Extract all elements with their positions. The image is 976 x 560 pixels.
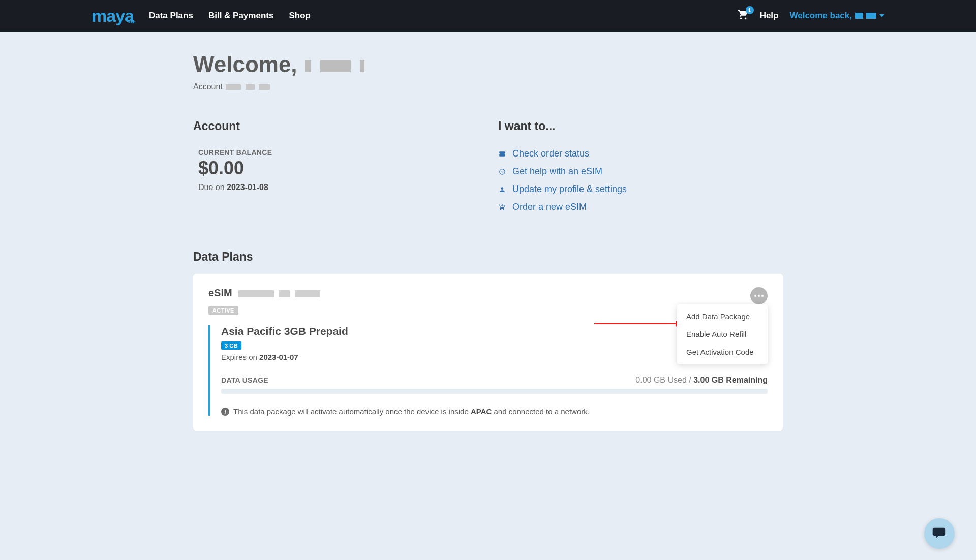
help-link[interactable]: Help: [760, 11, 779, 21]
cart-add-icon: [498, 204, 506, 211]
link-update-profile[interactable]: Update my profile & settings: [498, 184, 783, 195]
ticket-icon: [498, 150, 506, 158]
account-number-line: Account: [193, 82, 783, 91]
more-options-menu: Add Data Package Enable Auto Refill Get …: [677, 304, 768, 364]
cart-badge: 1: [746, 6, 754, 14]
esim-label: eSIM: [208, 287, 232, 299]
redacted-title-3: [360, 60, 364, 72]
usage-label: DATA USAGE: [221, 376, 268, 384]
expires-prefix: Expires on: [221, 353, 259, 361]
link-label: Order a new eSIM: [512, 202, 587, 212]
menu-get-activation-code[interactable]: Get Activation Code: [677, 343, 768, 361]
nav-shop[interactable]: Shop: [289, 11, 311, 21]
link-check-order-status[interactable]: Check order status: [498, 148, 783, 159]
welcome-prefix: Welcome,: [193, 52, 297, 77]
iwant-section: I want to... Check order status ? Get he…: [498, 119, 783, 220]
logo[interactable]: maya mobile: [92, 6, 134, 26]
redacted-account-2: [246, 84, 255, 90]
account-label: Account: [193, 82, 223, 91]
menu-enable-auto-refill[interactable]: Enable Auto Refill: [677, 325, 768, 343]
usage-sep: /: [687, 376, 693, 384]
redacted-name-1: [855, 13, 863, 19]
iwant-heading: I want to...: [498, 119, 783, 133]
ellipsis-icon: [754, 295, 764, 297]
due-line: Due on 2023-01-08: [198, 183, 478, 192]
usage-row: DATA USAGE 0.00 GB Used / 3.00 GB Remain…: [221, 376, 768, 385]
expires-date: 2023-01-07: [259, 353, 298, 361]
main-container: Welcome, Account Account CURRENT BALANCE…: [193, 32, 783, 461]
account-heading: Account: [193, 119, 478, 133]
nav-data-plans[interactable]: Data Plans: [149, 11, 193, 21]
esim-title: eSIM: [208, 287, 321, 299]
menu-add-data-package[interactable]: Add Data Package: [677, 307, 768, 325]
link-order-new-esim[interactable]: Order a new eSIM: [498, 202, 783, 212]
nav-left: maya mobile Data Plans Bill & Payments S…: [92, 6, 311, 26]
more-options-button[interactable]: [750, 287, 768, 304]
redacted-title-1: [305, 60, 311, 72]
summary-columns: Account CURRENT BALANCE $0.00 Due on 202…: [193, 119, 783, 220]
esim-title-group: eSIM ACTIVE: [208, 287, 321, 315]
account-section: Account CURRENT BALANCE $0.00 Due on 202…: [193, 119, 478, 220]
info-suffix: and connected to a network.: [492, 407, 590, 416]
info-text: This data package will activate automati…: [233, 407, 590, 416]
info-region: APAC: [471, 407, 492, 416]
usage-remaining: 3.00 GB Remaining: [693, 376, 768, 384]
page-title: Welcome,: [193, 52, 783, 77]
redacted-esim-id: [237, 287, 321, 299]
welcome-back-label: Welcome back,: [789, 11, 852, 21]
usage-used: 0.00 GB Used: [635, 376, 687, 384]
svg-text:?: ?: [501, 169, 503, 174]
gb-badge: 3 GB: [221, 341, 241, 350]
help-circle-icon: ?: [498, 168, 506, 175]
due-prefix: Due on: [198, 183, 227, 192]
quick-links-list: Check order status ? Get help with an eS…: [498, 148, 783, 212]
esim-card: eSIM ACTIVE Add Data Package Enable Auto…: [193, 274, 783, 431]
redacted-account-3: [259, 84, 270, 90]
dataplans-heading: Data Plans: [193, 250, 783, 264]
link-get-help-esim[interactable]: ? Get help with an eSIM: [498, 166, 783, 177]
info-icon: i: [221, 408, 229, 416]
nav-right: 1 Help Welcome back,: [738, 9, 884, 22]
usage-values: 0.00 GB Used / 3.00 GB Remaining: [635, 376, 768, 385]
link-label: Get help with an eSIM: [512, 166, 602, 177]
person-icon: [498, 186, 506, 193]
redacted-name-2: [866, 13, 876, 19]
balance-value: $0.00: [198, 158, 478, 179]
account-dropdown[interactable]: Welcome back,: [789, 11, 884, 21]
top-navbar: maya mobile Data Plans Bill & Payments S…: [0, 0, 976, 32]
info-row: i This data package will activate automa…: [221, 407, 768, 416]
balance-label: CURRENT BALANCE: [198, 148, 478, 157]
due-date: 2023-01-08: [227, 183, 268, 192]
link-label: Check order status: [512, 148, 589, 159]
link-label: Update my profile & settings: [512, 184, 627, 195]
nav-bill-payments[interactable]: Bill & Payments: [208, 11, 274, 21]
status-badge: ACTIVE: [208, 306, 238, 315]
redacted-account-1: [226, 84, 241, 90]
usage-progress-bar: [221, 389, 768, 394]
logo-subtext: mobile: [126, 20, 135, 24]
redacted-title-2: [320, 60, 351, 72]
chevron-down-icon: [879, 14, 884, 17]
cart-button[interactable]: 1: [738, 9, 749, 22]
info-prefix: This data package will activate automati…: [233, 407, 471, 416]
